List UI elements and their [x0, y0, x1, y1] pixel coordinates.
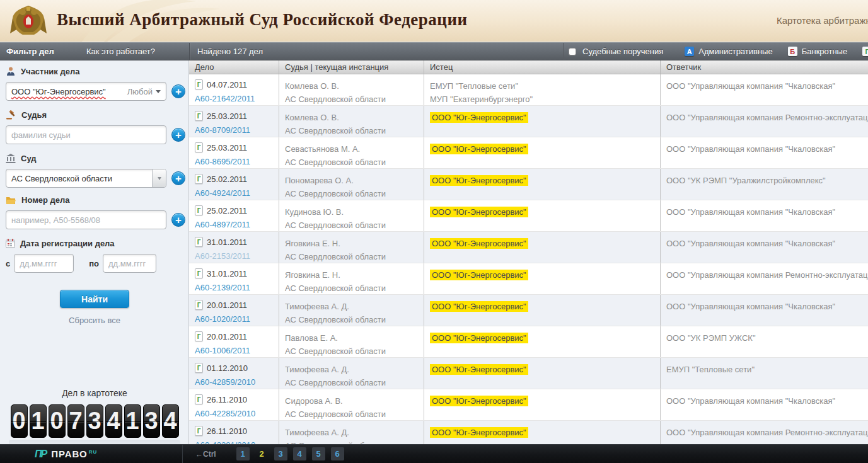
judge-name: Пономарева О. А. [285, 174, 424, 187]
toolbar-divider [563, 43, 564, 60]
category-filter-Б[interactable]: ББанкротные [788, 47, 848, 56]
civil-case-icon: Г [195, 142, 203, 152]
case-number-link[interactable]: А60-8695/2011 [195, 157, 279, 166]
case-cell: Г25.02.2011А60-4897/2011 [189, 200, 279, 231]
case-number-link[interactable]: А60-8709/2011 [195, 125, 279, 135]
judge-cell: Севастьянова М. А.АС Свердловской област… [279, 137, 424, 168]
plaintiff-cell: ООО "Юг-Энергосервис" [424, 295, 661, 326]
case-date: 25.03.2011 [207, 111, 247, 121]
table-row: Г25.03.2011А60-8695/2011Севастьянова М. … [189, 137, 868, 169]
add-participant-button[interactable]: + [171, 84, 185, 98]
plaintiff-name: ООО "Юг-Энергосервис" [430, 270, 528, 280]
defendant-name: ООО "Управляющая компания "Чкаловская" [666, 239, 835, 248]
category-filter-Г[interactable]: ГГражданские [862, 47, 868, 56]
pravo-ru-logo[interactable]: ПР ПРАВОRU [0, 445, 183, 463]
table-row: Г26.11.2010А60-42281/2010Тимофеева А. Д.… [189, 421, 868, 444]
page-button-2[interactable]: 2 [255, 447, 269, 460]
page-title: Высший Арбитражный Суд Российской Федера… [57, 10, 468, 30]
judge-name: Тимофеева А. Д. [285, 300, 424, 313]
plaintiff-name: ООО "Юг-Энергосервис" [430, 333, 528, 343]
participant-input[interactable]: ООО "Юг-Энергосервис" Любой [6, 82, 166, 101]
case-date: 01.12.2010 [207, 363, 248, 373]
table-row: Г26.11.2010А60-42285/2010Сидорова А. В.А… [189, 389, 868, 421]
page-button-4[interactable]: 4 [293, 447, 306, 460]
participant-filter-group: Участник дела ООО "Юг-Энергосервис" Любо… [0, 66, 189, 101]
add-case-number-button[interactable]: + [171, 213, 185, 227]
defendant-name: ООО "Управляющая компания Ремонтно-экспл… [666, 270, 868, 280]
judge-name: Тимофеева А. Д. [285, 426, 424, 439]
defendant-cell: ООО "УК РЭМП УЖСК" [661, 326, 868, 357]
date-from-label: с [6, 259, 10, 268]
judge-name: Кудинова Ю. В. [285, 205, 424, 219]
reset-all-link[interactable]: Сбросить все [0, 316, 189, 325]
court-select[interactable]: АС Свердловской области [6, 169, 166, 188]
how-it-works-link[interactable]: Как это работает? [86, 47, 155, 56]
judge-input[interactable] [6, 125, 166, 144]
case-number-link[interactable]: А60-2153/2011 [195, 251, 279, 261]
participant-role-dropdown[interactable]: Любой [127, 87, 161, 96]
case-number-link[interactable]: А60-4897/2011 [195, 220, 279, 229]
case-number-link[interactable]: А60-1006/2011 [195, 346, 279, 355]
defendant-cell: ООО "Управляющая компания "Чкаловская" [661, 389, 868, 420]
page-button-5[interactable]: 5 [312, 447, 325, 460]
prev-page-button[interactable]: ←Ctrl [195, 450, 216, 459]
defendant-cell: ООО "Управляющая компания Ремонтно-экспл… [661, 263, 868, 294]
plaintiff-cell: ООО "Юг-Энергосервис" [424, 169, 661, 200]
court-building-icon [6, 154, 16, 163]
gavel-icon [6, 110, 16, 120]
participant-role-value: Любой [127, 87, 153, 96]
court-name: АС Свердловской области [285, 219, 424, 231]
case-date: 31.01.2011 [207, 269, 247, 278]
select-arrow-button[interactable] [152, 169, 166, 187]
add-judge-button[interactable]: + [171, 128, 185, 142]
kartoteka-link[interactable]: Картотека арбитражных дел [777, 15, 868, 26]
case-cell: Г01.12.2010А60-42859/2010 [189, 358, 279, 389]
case-number-link[interactable]: А60-2139/2011 [195, 283, 279, 292]
case-number-link[interactable]: А60-42285/2010 [195, 409, 279, 418]
case-cell: Г04.07.2011А60-21642/2011 [189, 74, 279, 105]
case-number-link[interactable]: А60-21642/2011 [195, 94, 279, 103]
case-cell: Г26.11.2010А60-42285/2010 [189, 389, 279, 420]
case-date: 20.01.2011 [207, 300, 247, 310]
table-row: Г25.02.2011А60-4897/2011Кудинова Ю. В.АС… [189, 200, 868, 232]
plaintiff-cell: ООО "Юг-Энергосервис" [424, 137, 661, 168]
kad-arbitr-page: Высший Арбитражный Суд Российской Федера… [0, 0, 868, 463]
header: Высший Арбитражный Суд Российской Федера… [0, 0, 868, 42]
civil-case-icon: Г [195, 79, 203, 89]
footer: ПР ПРАВОRU ←Ctrl 123456 Ctrl→ [0, 444, 868, 463]
plaintiff-cell: ООО "Юг-Энергосервис" [424, 358, 661, 389]
court-name: АС Свердловской области [285, 156, 424, 168]
court-name: АС Свердловской области [285, 313, 424, 326]
page-button-3[interactable]: 3 [274, 447, 287, 460]
toolbar-right-group: Судебные поручения ААдминистративныеББан… [569, 47, 868, 56]
plaintiff-name: ЕМУП "Тепловые сети" [430, 81, 518, 91]
search-button[interactable]: Найти [60, 290, 129, 308]
page-button-1[interactable]: 1 [236, 447, 250, 460]
court-orders-checkbox[interactable] [569, 48, 576, 55]
column-plaintiff: Истец [424, 60, 661, 74]
case-number-link[interactable]: А60-42859/2010 [195, 377, 279, 387]
case-counter: Дел в картотеке 010734134 [0, 388, 189, 450]
table-row: Г20.01.2011А60-1006/2011Павлова Е. А.АС … [189, 326, 868, 358]
court-filter-group: Суд АС Свердловской области + [0, 154, 189, 188]
category-filter-А[interactable]: ААдминистративные [685, 47, 772, 56]
counter-digit: 4 [105, 404, 122, 438]
page-button-6[interactable]: 6 [331, 447, 344, 460]
civil-case-icon: Г [195, 205, 203, 215]
civil-case-icon: Г [195, 394, 203, 404]
plaintiff-name: ООО "Юг-Энергосервис" [430, 396, 528, 406]
case-number-link[interactable]: А60-4924/2011 [195, 188, 279, 198]
defendant-name: ЕМУП "Тепловые сети" [666, 365, 755, 374]
case-number-link[interactable]: А60-1020/2011 [195, 314, 279, 324]
judge-name: Яговкина Е. Н. [285, 237, 424, 250]
counter-digits: 010734134 [0, 404, 189, 438]
date-from-input[interactable] [14, 254, 74, 273]
case-date: 04.07.2011 [207, 80, 247, 89]
toolbar-divider [189, 43, 190, 60]
add-court-button[interactable]: + [171, 171, 185, 185]
date-to-input[interactable] [103, 254, 156, 273]
case-cell: Г25.03.2011А60-8695/2011 [189, 137, 279, 168]
case-number-input[interactable] [6, 210, 166, 229]
judge-cell: Комлева О. В.АС Свердловской области [279, 74, 424, 105]
plaintiff-name: ООО "Юг-Энергосервис" [430, 144, 528, 154]
